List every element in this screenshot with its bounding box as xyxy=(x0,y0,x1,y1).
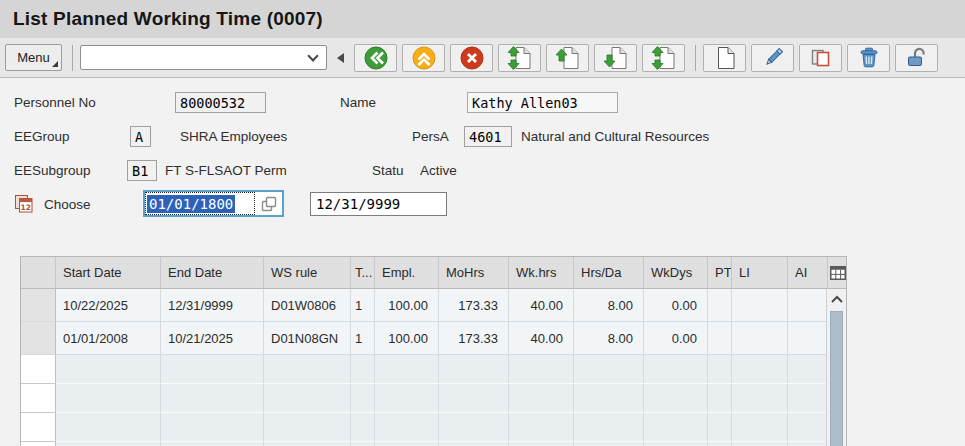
chevron-down-icon[interactable] xyxy=(307,50,318,61)
previous-page-button[interactable] xyxy=(546,44,589,72)
cell-empl: 100.00 xyxy=(375,289,439,322)
cell-t: 1 xyxy=(351,289,375,322)
unlock-icon xyxy=(904,45,930,71)
col-header-wkhrs[interactable]: Wk.hrs xyxy=(509,257,574,289)
next-page-button[interactable] xyxy=(594,44,637,72)
collapse-left-arrow-icon[interactable] xyxy=(337,53,344,63)
from-date-selected-text: 01/01/1800 xyxy=(147,195,235,213)
col-header-li[interactable]: LI xyxy=(732,257,788,289)
pers-a-text: Natural and Cultural Resources xyxy=(521,129,709,144)
cell-end-date: 10/21/2025 xyxy=(161,322,264,355)
planned-working-time-table: Start Date End Date WS rule T... Empl. M… xyxy=(20,256,847,446)
col-header-start-date[interactable]: Start Date xyxy=(56,257,161,289)
menu-button[interactable]: Menu xyxy=(5,44,62,71)
cell-start-date: 01/01/2008 xyxy=(56,322,161,355)
cell-ws-rule: D01N08GN xyxy=(264,322,351,355)
ee-subgroup-field[interactable]: B1 xyxy=(127,160,157,181)
row-selector[interactable] xyxy=(21,384,56,413)
select-all-header-cell[interactable] xyxy=(21,257,56,289)
first-page-icon xyxy=(507,45,533,71)
choose-label[interactable]: Choose xyxy=(44,197,91,212)
ee-group-field[interactable]: A xyxy=(130,126,151,147)
row-selector[interactable] xyxy=(21,289,56,322)
row-selector[interactable] xyxy=(21,355,56,384)
ee-subgroup-label: EESubgroup xyxy=(14,163,91,178)
from-date-field-group: 01/01/1800 xyxy=(143,190,284,217)
toolbar-separator xyxy=(72,45,73,71)
status-label: Statu xyxy=(372,163,404,178)
col-header-empl[interactable]: Empl. xyxy=(375,257,439,289)
choose-calendar-icon[interactable]: 12 xyxy=(14,194,34,214)
empty-table-row xyxy=(21,413,846,442)
from-date-field[interactable]: 01/01/1800 xyxy=(145,192,255,215)
toolbar-separator xyxy=(695,45,696,71)
to-date-field[interactable]: 12/31/9999 xyxy=(310,192,447,216)
cell-end-date: 12/31/9999 xyxy=(161,289,264,322)
exit-button[interactable] xyxy=(402,44,445,72)
first-page-button[interactable] xyxy=(498,44,541,72)
col-header-end-date[interactable]: End Date xyxy=(161,257,264,289)
exit-icon xyxy=(411,45,437,71)
cell-wkhrs: 40.00 xyxy=(509,322,574,355)
cell-mohrs: 173.33 xyxy=(439,322,509,355)
command-field[interactable] xyxy=(81,46,309,69)
menu-button-label: Menu xyxy=(17,50,50,65)
personnel-no-label: Personnel No xyxy=(14,95,96,110)
back-icon xyxy=(363,45,389,71)
last-page-button[interactable] xyxy=(642,44,685,72)
scroll-up-button[interactable] xyxy=(827,289,846,309)
name-field[interactable]: Kathy Allen03 xyxy=(467,92,618,113)
previous-page-icon xyxy=(555,45,581,71)
table-grid-icon xyxy=(830,266,846,280)
chevron-up-icon xyxy=(829,293,845,305)
col-header-mohrs[interactable]: MoHrs xyxy=(439,257,509,289)
table-row[interactable]: 10/22/2025 12/31/9999 D01W0806 1 100.00 … xyxy=(21,289,846,322)
vertical-scrollbar[interactable] xyxy=(826,289,846,446)
create-icon xyxy=(712,45,738,71)
status-value: Active xyxy=(420,163,457,178)
toolbar: Menu xyxy=(0,38,965,78)
create-button[interactable] xyxy=(703,44,746,72)
overlapping-pages-icon xyxy=(259,193,279,215)
change-icon xyxy=(760,45,786,71)
page-title: List Planned Working Time (0007) xyxy=(13,8,323,30)
lock-button[interactable] xyxy=(895,44,938,72)
copy-button[interactable] xyxy=(799,44,842,72)
personnel-no-field[interactable]: 80000532 xyxy=(175,92,266,113)
cell-wkhrs: 40.00 xyxy=(509,289,574,322)
name-label: Name xyxy=(340,95,376,110)
col-header-t[interactable]: T... xyxy=(351,257,375,289)
table-row[interactable]: 01/01/2008 10/21/2025 D01N08GN 1 100.00 … xyxy=(21,322,846,355)
table-settings-button[interactable] xyxy=(828,257,847,289)
col-header-wkdys[interactable]: WkDys xyxy=(644,257,708,289)
change-button[interactable] xyxy=(751,44,794,72)
copy-icon xyxy=(808,45,834,71)
col-header-ai[interactable]: AI xyxy=(788,257,828,289)
row-selector[interactable] xyxy=(21,413,56,442)
command-field-combo xyxy=(80,45,327,70)
col-header-ws-rule[interactable]: WS rule xyxy=(264,257,351,289)
table-header-row: Start Date End Date WS rule T... Empl. M… xyxy=(21,257,846,289)
col-header-pt[interactable]: PT xyxy=(708,257,732,289)
sap-window: { "window": { "title": "List Planned Wor… xyxy=(0,0,965,446)
pers-a-field[interactable]: 4601 xyxy=(464,126,512,147)
cancel-button[interactable] xyxy=(450,44,493,72)
multiple-selection-button[interactable] xyxy=(255,192,282,215)
cell-wkdys: 0.00 xyxy=(644,322,708,355)
cancel-icon xyxy=(459,45,485,71)
cell-start-date: 10/22/2025 xyxy=(56,289,161,322)
delete-button[interactable] xyxy=(847,44,890,72)
cell-wkdys: 0.00 xyxy=(644,289,708,322)
cell-ai xyxy=(788,322,828,355)
ee-group-label: EEGroup xyxy=(14,129,70,144)
ee-subgroup-text: FT S-FLSAOT Perm xyxy=(165,163,287,178)
back-button[interactable] xyxy=(354,44,397,72)
cell-ai xyxy=(788,289,828,322)
cell-t: 1 xyxy=(351,322,375,355)
cell-pt xyxy=(708,322,732,355)
row-selector[interactable] xyxy=(21,322,56,355)
col-header-hrsda[interactable]: Hrs/Da xyxy=(574,257,644,289)
delete-icon xyxy=(856,45,882,71)
scrollbar-thumb[interactable] xyxy=(830,311,843,446)
row-selector[interactable] xyxy=(21,442,56,446)
